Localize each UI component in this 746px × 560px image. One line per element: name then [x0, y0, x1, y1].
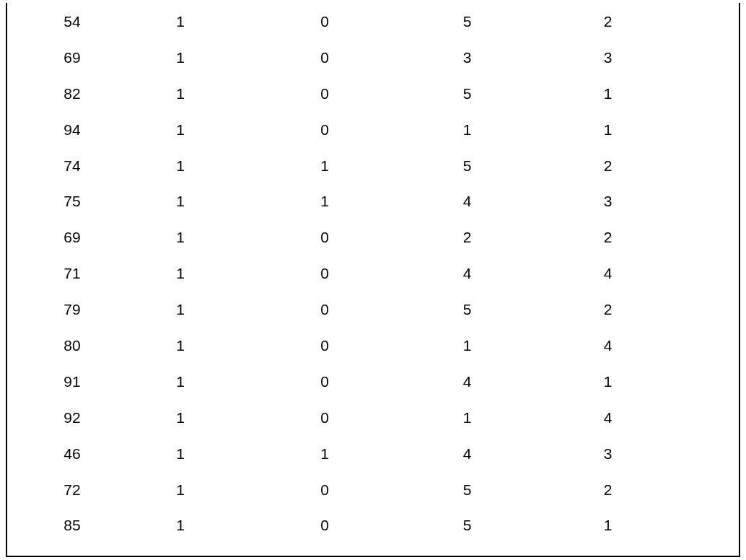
table-row: 72 1 0 5 2: [7, 480, 739, 516]
table-cell: 1: [108, 193, 253, 210]
table-cell: 1: [253, 157, 397, 175]
table-cell: 71: [7, 265, 108, 282]
table-row: 75 1 1 4 3: [7, 191, 739, 227]
table-cell: 80: [7, 337, 108, 354]
table-cell: 0: [253, 409, 397, 426]
table-cell: 4: [537, 265, 678, 282]
table-cell: 1: [253, 445, 397, 463]
table-cell: 0: [253, 85, 397, 102]
table-cell: 1: [537, 121, 678, 139]
table-cell: 0: [253, 373, 397, 390]
table-cell: 1: [108, 49, 253, 66]
table-cell: 94: [7, 121, 108, 139]
table-cell: 4: [397, 193, 537, 210]
table-cell: 4: [537, 409, 678, 426]
table-cell: 0: [253, 13, 397, 30]
table-cell: 0: [253, 265, 397, 282]
table-row: 69 1 0 3 3: [7, 48, 739, 84]
table-cell: 2: [537, 481, 678, 499]
table-cell: 1: [108, 265, 253, 282]
table-cell: 92: [7, 409, 108, 426]
table-cell: 1: [108, 481, 253, 499]
table-row: 85 1 0 5 1: [7, 515, 739, 551]
table-cell: 1: [108, 157, 253, 175]
table-cell: 1: [397, 337, 537, 354]
table-cell: 1: [108, 85, 253, 102]
table-cell: 1: [537, 85, 678, 102]
table-cell: 1: [108, 229, 253, 246]
table-cell: 5: [397, 13, 537, 30]
table-row: 74 1 1 5 2: [7, 156, 739, 192]
table-cell: 1: [397, 121, 537, 139]
table-cell: 3: [537, 193, 678, 210]
table-cell: 46: [7, 445, 108, 463]
table-cell: 2: [397, 229, 537, 246]
table-cell: 2: [537, 157, 678, 175]
table-cell: 1: [537, 373, 678, 390]
table-row: 82 1 0 5 1: [7, 84, 739, 120]
table-row: 69 1 0 2 2: [7, 227, 739, 263]
table-cell: 4: [397, 373, 537, 390]
table-cell: 2: [537, 13, 678, 30]
data-table: 54 1 0 5 2 69 1 0 3 3 82 1 0 5 1 94 1 0 …: [6, 3, 740, 557]
table-cell: 1: [108, 517, 253, 534]
table-cell: 79: [7, 301, 108, 318]
table-cell: 5: [397, 85, 537, 102]
table-cell: 5: [397, 301, 537, 318]
table-cell: 91: [7, 373, 108, 390]
table-cell: 1: [253, 193, 397, 210]
table-cell: 1: [108, 337, 253, 354]
table-cell: 72: [7, 481, 108, 499]
table-cell: 3: [397, 49, 537, 66]
table-row: 91 1 0 4 1: [7, 372, 739, 408]
table-cell: 69: [7, 49, 108, 66]
table-cell: 4: [397, 265, 537, 282]
table-cell: 4: [537, 337, 678, 354]
table-cell: 74: [7, 157, 108, 175]
table-cell: 1: [108, 121, 253, 139]
table-cell: 0: [253, 49, 397, 66]
table-cell: 1: [108, 445, 253, 463]
table-cell: 1: [108, 409, 253, 426]
table-cell: 69: [7, 229, 108, 246]
table-row: 54 1 0 5 2: [7, 12, 739, 48]
table-cell: 0: [253, 337, 397, 354]
table-cell: 3: [537, 445, 678, 463]
table-row: 71 1 0 4 4: [7, 263, 739, 299]
table-cell: 54: [7, 13, 108, 30]
table-cell: 0: [253, 121, 397, 139]
table-cell: 1: [537, 517, 678, 534]
table-cell: 0: [253, 229, 397, 246]
table-cell: 85: [7, 517, 108, 534]
table-cell: 0: [253, 481, 397, 499]
table-cell: 3: [537, 49, 678, 66]
table-row: 80 1 0 1 4: [7, 336, 739, 372]
table-cell: 1: [108, 373, 253, 390]
table-cell: 1: [108, 301, 253, 318]
table-row: 92 1 0 1 4: [7, 408, 739, 444]
table-row: 94 1 0 1 1: [7, 120, 739, 156]
table-cell: 5: [397, 481, 537, 499]
table-row: 79 1 0 5 2: [7, 299, 739, 336]
table-cell: 1: [108, 13, 253, 30]
table-cell: 0: [253, 301, 397, 318]
table-cell: 2: [537, 301, 678, 318]
table-cell: 82: [7, 85, 108, 102]
table-cell: 75: [7, 193, 108, 210]
table-row: 46 1 1 4 3: [7, 444, 739, 480]
table-cell: 1: [397, 409, 537, 426]
table-cell: 4: [397, 445, 537, 463]
table-cell: 0: [253, 517, 397, 534]
table-cell: 2: [537, 229, 678, 246]
table-cell: 5: [397, 157, 537, 175]
table-cell: 5: [397, 517, 537, 534]
